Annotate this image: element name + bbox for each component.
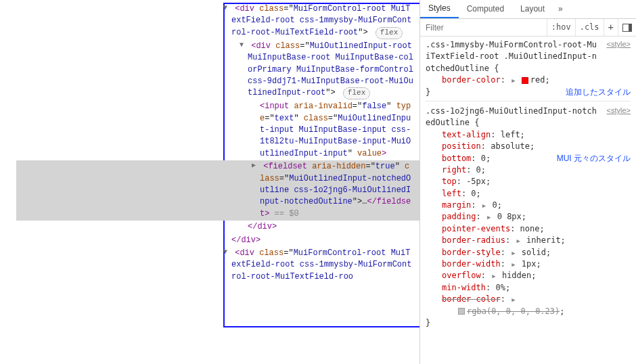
tab-computed[interactable]: Computed <box>459 0 512 18</box>
css-declaration[interactable]: border-color: red; <box>426 74 631 86</box>
panel-toggle-icon[interactable] <box>618 19 636 36</box>
expand-toggle-icon[interactable] <box>223 248 230 258</box>
css-declaration[interactable]: border-radius: inherit; <box>426 235 631 246</box>
dom-node-input[interactable]: <input aria-invalid="false" type="text" … <box>16 100 419 160</box>
elements-panel: <div class="MuiFormControl-root MuiTextF… <box>14 0 419 364</box>
flex-badge[interactable]: flex <box>343 87 370 99</box>
styles-body: .css-1mmysby-MuiFormControl-root-MuiText… <box>420 37 636 364</box>
css-declaration[interactable]: top: -5px; <box>426 176 631 187</box>
expand-arrow-icon[interactable] <box>512 76 515 85</box>
new-rule-button[interactable]: + <box>604 19 618 36</box>
color-swatch[interactable] <box>522 77 528 84</box>
expand-toggle-icon[interactable] <box>252 161 258 171</box>
expand-toggle-icon[interactable] <box>240 41 246 51</box>
styles-panel: Styles Computed Layout » :hov .cls + .cs… <box>419 0 636 364</box>
selected-node-marker: == $0 <box>269 209 298 219</box>
css-declaration[interactable]: text-align: left; <box>426 129 631 141</box>
css-declaration[interactable]: border-style: solid; <box>426 247 631 258</box>
dom-node-fieldset-selected[interactable]: <fieldset aria-hidden="true" class="MuiO… <box>16 160 419 221</box>
css-declaration[interactable]: padding: 0 8px; <box>426 211 631 223</box>
css-declaration[interactable]: border-width: 1px; <box>426 258 631 270</box>
rule-source-link[interactable]: <style> <box>607 39 631 74</box>
expand-arrow-icon[interactable] <box>487 213 491 222</box>
svg-rect-1 <box>629 24 632 31</box>
rule-source-link[interactable]: <style> <box>607 106 631 129</box>
tab-overflow[interactable]: » <box>553 0 568 18</box>
dom-node-div-close[interactable]: </div> <box>16 221 419 233</box>
annotation-added-style: 追加したスタイル <box>566 87 631 98</box>
css-declaration-overridden[interactable]: border-color: <box>426 294 631 305</box>
expand-arrow-icon[interactable] <box>482 202 486 210</box>
css-declaration[interactable]: margin: 0; <box>426 200 631 211</box>
dom-node-div-formcontrol[interactable]: <div class="MuiFormControl-root MuiTextF… <box>16 3 419 40</box>
css-rule[interactable]: .css-1mmysby-MuiFormControl-root-MuiText… <box>426 39 631 101</box>
css-declaration[interactable]: left: 0; <box>426 188 631 200</box>
gutter <box>0 0 14 364</box>
expand-arrow-icon[interactable] <box>512 296 515 304</box>
dom-node-div-formcontrol-next[interactable]: <div class="MuiFormControl-root MuiTextF… <box>16 247 419 283</box>
rule-selector: .css-1o2jng6-MuiOutlinedInput-notchedOut… <box>426 106 601 129</box>
flex-badge[interactable]: flex <box>376 27 403 39</box>
tab-styles[interactable]: Styles <box>420 0 459 18</box>
styles-filter-input[interactable] <box>420 23 547 32</box>
css-declaration[interactable]: min-width: 0%; <box>426 282 631 294</box>
dom-node-div-inputroot[interactable]: <div class="MuiOutlinedInput-root MuiInp… <box>16 40 419 101</box>
cls-toggle[interactable]: .cls <box>575 19 604 36</box>
expand-toggle-icon[interactable] <box>223 3 230 14</box>
expand-arrow-icon[interactable] <box>512 249 515 258</box>
css-rule[interactable]: .css-1o2jng6-MuiOutlinedInput-notchedOut… <box>426 106 631 332</box>
hov-toggle[interactable]: :hov <box>547 19 575 36</box>
color-swatch[interactable] <box>458 308 465 315</box>
css-declaration[interactable]: position: absolute; <box>426 141 631 152</box>
tab-layout[interactable]: Layout <box>512 0 553 18</box>
expand-arrow-icon[interactable] <box>492 272 495 281</box>
dom-node-div-close[interactable]: </div> <box>16 234 419 247</box>
css-declaration[interactable]: pointer-events: none; <box>426 223 631 235</box>
rule-selector: .css-1mmysby-MuiFormControl-root-MuiText… <box>426 39 601 74</box>
css-declaration[interactable]: right: 0; <box>426 164 631 176</box>
expand-arrow-icon[interactable] <box>516 237 520 246</box>
annotation-mui-style: MUI 元々のスタイル <box>557 153 631 164</box>
css-declaration[interactable]: overflow: hidden; <box>426 270 631 281</box>
expand-arrow-icon[interactable] <box>512 260 515 269</box>
css-declaration[interactable]: bottom: 0;MUI 元々のスタイル <box>426 153 631 164</box>
styles-tabs: Styles Computed Layout » <box>420 0 636 19</box>
styles-filter-row: :hov .cls + <box>420 19 636 37</box>
css-value-overridden[interactable]: rgba(0, 0, 0, 0.23); <box>426 306 631 317</box>
tag-open: <div <box>235 4 259 14</box>
